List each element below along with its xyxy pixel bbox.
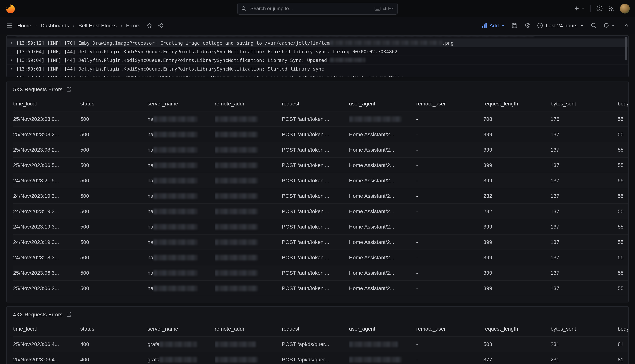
table-cell: 137	[550, 204, 618, 219]
breadcrumb-item-dashboards[interactable]: Dashboards	[41, 22, 69, 28]
column-header-remote_user[interactable]: remote_user	[416, 96, 484, 111]
new-button[interactable]	[574, 6, 585, 11]
chevron-right-icon[interactable]: ›	[10, 40, 13, 46]
redacted-text	[153, 116, 197, 122]
column-header-request[interactable]: request	[282, 96, 349, 111]
star-icon[interactable]	[146, 22, 152, 28]
grafana-logo-icon	[5, 3, 16, 14]
column-header-remote_addr[interactable]: remote_addr	[215, 96, 282, 111]
zoom-out-icon[interactable]	[591, 22, 597, 28]
table-cell: 81	[618, 352, 628, 364]
logs-panel: ››[13:59:12] [INF] [70] Emby.Drawing.Ima…	[6, 35, 628, 77]
table-cell: POST /api/ds/quer...	[282, 352, 349, 364]
save-dashboard-icon[interactable]	[512, 22, 518, 28]
column-header-status[interactable]: status	[80, 96, 148, 111]
table-row: 24/Nov/2023:18:3...500haPOST /auth/token…	[13, 250, 628, 265]
log-row[interactable]: ›[13:59:04] [INF] [44] Jellyfin.Plugin.K…	[7, 56, 628, 64]
chevron-right-icon[interactable]: ›	[10, 49, 13, 54]
table-cell: 500	[80, 111, 148, 127]
search-box[interactable]: ctrl+k	[237, 2, 398, 14]
refresh-button[interactable]	[604, 22, 615, 28]
add-button[interactable]: Add	[482, 22, 505, 28]
table-cell: Home Assistant/2...	[349, 188, 416, 204]
external-link-icon[interactable]	[66, 312, 72, 317]
table-cell: 137	[550, 142, 618, 158]
chevron-right-icon[interactable]: ›	[10, 66, 13, 71]
column-header-remote_user[interactable]: remote_user	[416, 321, 484, 336]
table-cell: Home Assistant/2...	[349, 219, 416, 234]
column-header-bytes_sent[interactable]: bytes_sent	[550, 321, 618, 336]
panel-header[interactable]: 5XX Requests Errors	[7, 82, 628, 96]
keyboard-icon	[374, 6, 380, 11]
external-link-icon[interactable]	[66, 87, 72, 92]
grafana-logo[interactable]	[5, 3, 16, 14]
chevron-right-icon[interactable]: ›	[10, 35, 13, 37]
avatar[interactable]	[620, 4, 630, 13]
table-cell	[215, 188, 282, 204]
table-row: 25/Nov/2023:06:3...500haPOST /auth/token…	[13, 265, 628, 280]
rss-icon[interactable]	[608, 6, 614, 12]
chevron-right-icon[interactable]: ›	[10, 58, 13, 63]
column-header-body_bytes_se[interactable]: body_bytes_se	[618, 321, 628, 336]
column-header-user_agent[interactable]: user_agent	[349, 96, 416, 111]
column-header-status[interactable]: status	[80, 321, 148, 336]
table-cell: POST /auth/token ...	[282, 250, 349, 265]
chevron-up-icon[interactable]	[624, 23, 629, 28]
table-cell: -	[416, 250, 484, 265]
settings-icon[interactable]: ⚙	[524, 22, 530, 29]
breadcrumb-item-home[interactable]: Home	[17, 22, 31, 28]
column-header-server_name[interactable]: server_name	[148, 321, 215, 336]
table-cell: Home Assistant/2...	[349, 250, 416, 265]
chevron-right-icon[interactable]: ›	[10, 75, 13, 77]
panel-header[interactable]: 4XX Requests Errors	[7, 306, 628, 321]
table-row: 25/Nov/2023:06:4...400grafaPOST /api/ds/…	[13, 336, 628, 352]
add-panel-icon	[482, 22, 487, 28]
cell-text: ha	[148, 116, 153, 122]
log-row[interactable]: ›	[7, 35, 628, 39]
column-header-request_length[interactable]: request_length	[484, 96, 550, 111]
redacted-text	[153, 209, 197, 214]
table-cell: 503	[484, 336, 550, 352]
dashboard-quick-actions	[146, 22, 164, 28]
table-cell: 55	[618, 127, 628, 142]
search-input[interactable]	[250, 5, 372, 12]
redacted-text	[215, 342, 256, 347]
share-icon[interactable]	[158, 22, 164, 28]
column-header-bytes_sent[interactable]: bytes_sent	[550, 96, 618, 111]
column-header-time_local[interactable]: time_local	[13, 96, 80, 111]
table-cell: 500	[80, 219, 148, 234]
log-row[interactable]: ›[13:59:04] [INF] [44] Jellyfin.Plugin.K…	[7, 47, 628, 56]
table-cell: 25/Nov/2023:06:5...	[13, 158, 80, 173]
table-cell: 55	[618, 188, 628, 204]
redacted-text	[215, 178, 258, 184]
column-header-body_bytes_se[interactable]: body_bytes_se	[618, 96, 628, 111]
table-cell: 55	[618, 158, 628, 173]
column-header-time_local[interactable]: time_local	[13, 321, 80, 336]
column-header-request[interactable]: request	[282, 321, 349, 336]
cell-text: grafa	[148, 356, 160, 362]
breadcrumb-item-self-host-blocks[interactable]: Self Host Blocks	[78, 22, 117, 28]
column-header-remote_addr[interactable]: remote_addr	[215, 321, 282, 336]
scrollbar[interactable]	[625, 37, 627, 60]
table-cell: grafa	[148, 352, 215, 364]
log-row[interactable]: ›[13:59:00] [INF] [44] Jellyfin.Plugin.T…	[7, 73, 628, 77]
log-row[interactable]: ›[13:59:12] [INF] [70] Emby.Drawing.Imag…	[7, 39, 628, 47]
time-range-picker[interactable]: Last 24 hours	[537, 22, 584, 28]
chevron-right-icon: ›	[35, 22, 37, 28]
column-header-server_name[interactable]: server_name	[148, 96, 215, 111]
menu-toggle-icon[interactable]	[6, 22, 13, 29]
column-header-user_agent[interactable]: user_agent	[349, 321, 416, 336]
column-header-request_length[interactable]: request_length	[484, 321, 550, 336]
table-cell: -	[416, 173, 484, 188]
table-cell: 232	[484, 188, 550, 204]
log-row[interactable]: ›[13:59:01] [INF] [44] Jellyfin.Plugin.K…	[7, 64, 628, 73]
table-cell: -	[416, 336, 484, 352]
log-text: [13:59:04] [INF] [44] Jellyfin.Plugin.Ko…	[16, 48, 398, 54]
table-cell	[215, 280, 282, 296]
table-cell: Home Assistant/2...	[349, 234, 416, 250]
table-cell: -	[416, 265, 484, 280]
help-icon[interactable]: ?	[596, 5, 603, 12]
table-cell: -	[416, 352, 484, 364]
table-cell: -	[416, 188, 484, 204]
grafana-dashboard: ctrl+k ?	[0, 0, 635, 364]
